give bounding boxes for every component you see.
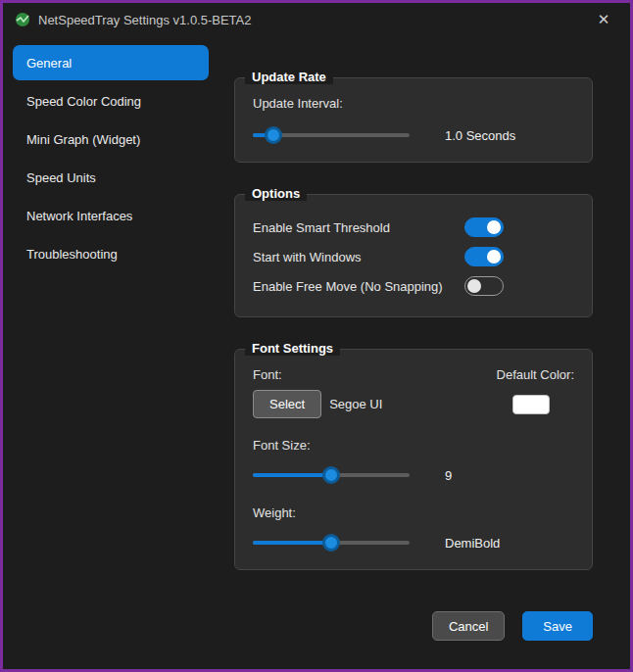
toggle-knob [467,279,481,293]
sidebar: General Speed Color Coding Mini Graph (W… [3,36,219,669]
toggle-knob [487,220,501,234]
update-interval-label: Update Interval: [253,96,574,111]
save-button[interactable]: Save [522,611,593,641]
font-label: Font: [253,367,282,382]
sidebar-item-label: General [26,56,72,71]
slider-handle[interactable] [265,126,282,144]
font-settings-group: Font Settings Font: Default Color: Selec… [234,349,593,570]
close-icon[interactable]: ✕ [589,6,618,33]
title-bar: NetSpeedTray Settings v1.0.5-BETA2 ✕ [3,3,630,36]
free-move-toggle[interactable] [464,276,504,296]
update-interval-value: 1.0 Seconds [445,128,515,143]
font-size-slider[interactable] [253,464,410,486]
sidebar-item-label: Mini Graph (Widget) [26,132,140,147]
sidebar-item-speed-units[interactable]: Speed Units [13,160,209,195]
option-row: Enable Smart Threshold [253,213,574,242]
slider-handle[interactable] [322,466,340,484]
current-font-name: Segoe UI [329,397,382,411]
sidebar-item-general[interactable]: General [13,45,209,80]
default-color-label: Default Color: [497,367,574,382]
font-select-button[interactable]: Select [253,390,321,418]
sidebar-item-label: Troubleshooting [26,247,118,262]
app-icon [15,12,30,27]
settings-window: NetSpeedTray Settings v1.0.5-BETA2 ✕ Gen… [0,0,633,672]
content-panel: Update Rate Update Interval: 1.0 Seconds… [219,36,630,669]
sidebar-item-network-interfaces[interactable]: Network Interfaces [13,198,209,233]
update-rate-group: Update Rate Update Interval: 1.0 Seconds [234,77,593,163]
font-size-value: 9 [445,468,452,483]
sidebar-item-label: Speed Color Coding [26,94,141,109]
sidebar-item-troubleshooting[interactable]: Troubleshooting [13,236,209,271]
sidebar-item-mini-graph[interactable]: Mini Graph (Widget) [13,121,209,157]
option-row: Enable Free Move (No Snapping) [253,271,574,301]
option-row: Start with Windows [253,242,574,271]
footer-buttons: Cancel Save [234,611,593,641]
cancel-button[interactable]: Cancel [432,611,505,641]
window-title: NetSpeedTray Settings v1.0.5-BETA2 [38,13,252,27]
font-weight-value: DemiBold [445,536,500,551]
font-weight-slider[interactable] [253,532,410,553]
sidebar-item-speed-color-coding[interactable]: Speed Color Coding [13,83,209,119]
slider-fill [253,541,331,545]
font-size-label: Font Size: [253,438,574,453]
sidebar-item-label: Network Interfaces [26,209,132,223]
sidebar-item-label: Speed Units [26,170,96,185]
font-settings-title: Font Settings [245,341,340,356]
default-color-swatch[interactable] [512,395,550,414]
options-title: Options [245,186,307,201]
smart-threshold-label: Enable Smart Threshold [253,220,464,235]
slider-handle[interactable] [322,534,340,552]
main-area: General Speed Color Coding Mini Graph (W… [3,36,630,669]
toggle-knob [487,250,501,264]
update-interval-slider[interactable] [253,124,410,146]
start-with-windows-label: Start with Windows [253,250,464,264]
slider-fill [253,473,331,477]
smart-threshold-toggle[interactable] [464,217,504,237]
weight-label: Weight: [253,505,574,520]
start-with-windows-toggle[interactable] [464,247,504,266]
free-move-label: Enable Free Move (No Snapping) [253,279,464,294]
options-group: Options Enable Smart Threshold Start wit… [234,194,593,317]
update-rate-title: Update Rate [245,70,333,84]
